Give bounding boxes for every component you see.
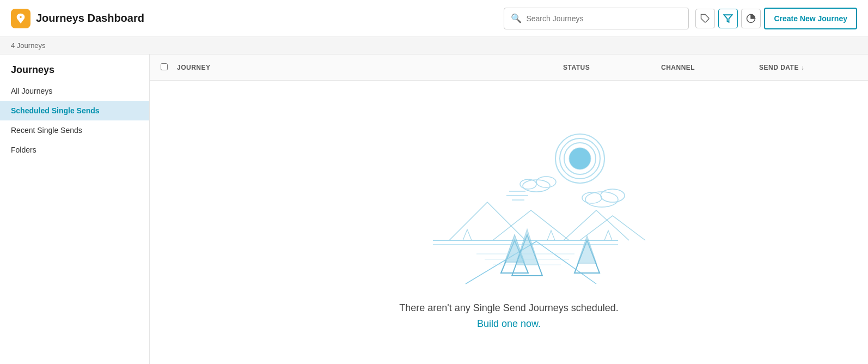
table-header: JOURNEY STATUS CHANNEL SEND DATE ↓ [150,54,868,81]
search-icon: 🔍 [511,13,522,23]
checkbox-column [161,63,177,72]
sidebar-item-folders[interactable]: Folders [0,140,149,160]
svg-rect-3 [368,115,651,289]
sidebar-label-all: All Journeys [11,87,52,95]
search-input[interactable] [526,14,682,23]
sidebar-item-all-journeys[interactable]: All Journeys [0,81,149,101]
page-title: Journeys Dashboard [36,12,144,25]
sidebar-label-folders: Folders [11,145,36,154]
col-status: STATUS [563,64,661,71]
sidebar-label-recent: Recent Single Sends [11,126,82,135]
col-journey: JOURNEY [177,64,563,71]
create-journey-button[interactable]: Create New Journey [764,8,857,29]
search-bar[interactable]: 🔍 [504,8,689,29]
sidebar-item-scheduled-single-sends[interactable]: Scheduled Single Sends [0,101,149,120]
empty-message: There aren't any Single Send Journeys sc… [399,302,619,314]
tag-filter-button[interactable] [695,9,715,28]
filter-button[interactable] [718,9,738,28]
brand-area: Journeys Dashboard [11,9,144,28]
brand-logo [11,9,30,28]
col-channel: CHANNEL [661,64,759,71]
svg-marker-1 [724,15,732,22]
col-send-date: SEND DATE ↓ [759,64,857,71]
journey-count: 4 Journeys [11,41,46,50]
build-now-link[interactable]: Build one now. [477,318,541,330]
empty-illustration [368,115,651,289]
content-area: JOURNEY STATUS CHANNEL SEND DATE ↓ [150,54,868,364]
header-actions: Create New Journey [695,8,857,29]
empty-state: There aren't any Single Send Journeys sc… [150,81,868,364]
sidebar-item-recent-single-sends[interactable]: Recent Single Sends [0,120,149,140]
sort-icon[interactable]: ↓ [801,64,805,71]
sidebar-heading: Journeys [0,54,149,81]
page-header: Journeys Dashboard 🔍 Create New Journey [0,0,868,37]
svg-point-7 [569,148,591,169]
sub-header: 4 Journeys [0,37,868,54]
chart-button[interactable] [741,9,761,28]
sidebar-label-scheduled: Scheduled Single Sends [11,106,100,115]
select-all-checkbox[interactable] [161,63,168,70]
sidebar: Journeys All Journeys Scheduled Single S… [0,54,150,364]
main-layout: Journeys All Journeys Scheduled Single S… [0,54,868,364]
